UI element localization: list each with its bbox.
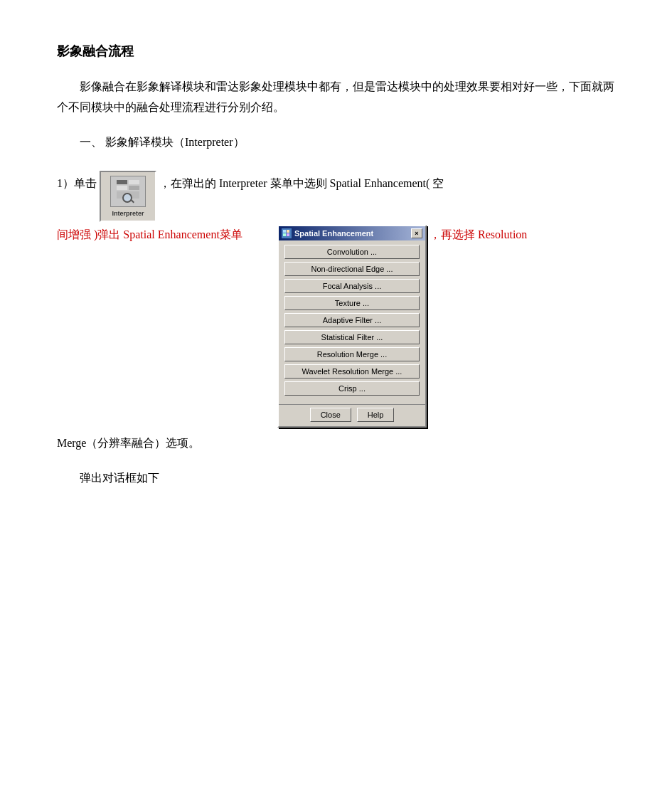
page-container: 影象融合流程 影像融合在影象解译模块和雷达影象处理模块中都有，但是雷达模块中的处… xyxy=(57,43,615,489)
dialog-section: 间增强 )弹出 Spatial Enhancement菜单 Spati xyxy=(57,225,615,428)
page-title: 影象融合流程 xyxy=(57,43,615,60)
dialog-close-button[interactable]: × xyxy=(411,228,422,238)
wavelet-resolution-merge-button[interactable]: Wavelet Resolution Merge ... xyxy=(284,364,420,379)
interpreter-label: Interpreter xyxy=(112,210,144,217)
red-text-left: 间增强 )弹出 Spatial Enhancement菜单 xyxy=(57,225,277,245)
svg-rect-1 xyxy=(287,230,289,233)
dialog-titlebar: Spatial Enhancement × xyxy=(279,226,425,240)
popup-text-section: 弹出对话框如下 xyxy=(80,468,615,489)
interpreter-icon-grid xyxy=(117,180,139,203)
focal-analysis-button[interactable]: Focal Analysis ... xyxy=(284,279,420,293)
dialog-content: Convolution ... Non-directional Edge ...… xyxy=(279,240,425,403)
spatial-enhancement-dialog: Spatial Enhancement × Convolution ... No… xyxy=(277,225,427,428)
interpreter-icon[interactable]: Interpreter xyxy=(100,171,156,222)
statistical-filter-button[interactable]: Statistical Filter ... xyxy=(284,330,420,344)
popup-label: 弹出对话框如下 xyxy=(80,472,159,484)
section1-heading: 一、 影象解译模块（Interpreter） xyxy=(80,132,615,153)
dialog-titlebar-left: Spatial Enhancement xyxy=(282,228,373,238)
step1-suffix-text: ，在弹出的 Interpreter 菜单中选则 Spatial Enhancem… xyxy=(159,174,444,194)
crisp-button[interactable]: Crisp ... xyxy=(284,381,420,396)
red-text-right: ，再选择 Resolution xyxy=(427,225,527,245)
convolution-button[interactable]: Convolution ... xyxy=(284,245,420,259)
dialog-title: Spatial Enhancement xyxy=(294,229,373,238)
svg-rect-3 xyxy=(287,233,289,236)
close-footer-button[interactable]: Close xyxy=(310,408,351,422)
non-directional-edge-button[interactable]: Non-directional Edge ... xyxy=(284,262,420,276)
svg-rect-0 xyxy=(283,230,286,233)
adaptive-filter-button[interactable]: Adaptive Filter ... xyxy=(284,313,420,327)
red-suffix-text: ，再选择 Resolution xyxy=(430,225,527,245)
texture-button[interactable]: Texture ... xyxy=(284,296,420,310)
intro-paragraph: 影像融合在影象解译模块和雷达影象处理模块中都有，但是雷达模块中的处理效果要相对好… xyxy=(57,77,615,118)
svg-rect-2 xyxy=(283,233,286,236)
interpreter-icon-inner xyxy=(110,176,146,207)
red-prefix-text: 间增强 )弹出 Spatial Enhancement菜单 xyxy=(57,225,274,245)
resolution-merge-button[interactable]: Resolution Merge ... xyxy=(284,347,420,361)
help-footer-button[interactable]: Help xyxy=(357,408,395,422)
dialog-footer: Close Help xyxy=(279,404,425,426)
dialog-app-icon xyxy=(282,228,292,238)
step1-row: 1）单击 Interpreter ，在弹出的 Int xyxy=(57,166,615,222)
step1-prefix-text: 1）单击 xyxy=(57,174,97,194)
resolution-merge-line: Merge（分辨率融合）选项。 xyxy=(57,433,615,454)
